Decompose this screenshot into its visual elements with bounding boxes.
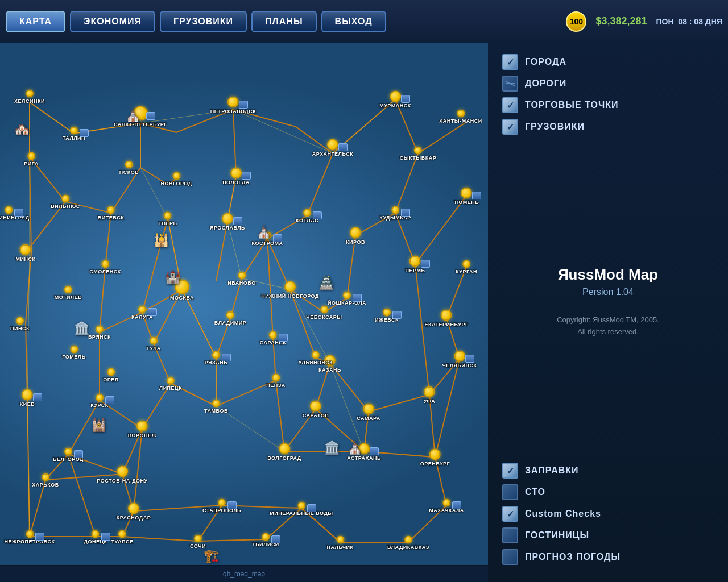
legend-item-weather[interactable]: ПРОГНОЗ ПОГОДЫ <box>502 549 714 565</box>
truck-marker[interactable] <box>239 101 248 109</box>
truck-marker[interactable] <box>401 209 410 217</box>
city-тула[interactable]: ТУЛА <box>146 337 161 351</box>
city-хелсинки[interactable]: ХЕЛСИНКИ <box>14 90 45 104</box>
truck-marker[interactable] <box>465 355 474 363</box>
city-саратов[interactable]: САРАТОВ <box>303 401 329 418</box>
legend-item-fuel[interactable]: ЗАПРАВКИ <box>502 463 714 479</box>
city-минск[interactable]: МИНСК <box>16 244 36 262</box>
truck-marker[interactable] <box>33 393 42 401</box>
city-оренбург[interactable]: ОРЕНБУРГ <box>420 449 450 467</box>
city-харьков[interactable]: ХАРЬКОВ <box>32 473 59 488</box>
truck-marker[interactable] <box>472 192 481 199</box>
city-смоленск[interactable]: СМОЛЕНСК <box>89 260 121 275</box>
city-воронеж[interactable]: ВОРОНЕЖ <box>128 421 156 438</box>
city-чебоксары[interactable]: ЧЕБОКСАРЫ <box>306 306 342 320</box>
truck-marker[interactable] <box>242 172 251 180</box>
city-нежропетровск[interactable]: НЕЖРОПЕТРОВСК <box>4 530 55 544</box>
legend-icon-sto[interactable] <box>502 484 518 500</box>
truck-marker[interactable] <box>228 501 237 509</box>
city-самара[interactable]: САМАРА <box>357 404 380 421</box>
city-новгород[interactable]: НОВГОРОД <box>160 172 192 186</box>
city-киров[interactable]: КИРОВ <box>346 227 365 245</box>
legend-checkbox-custom[interactable] <box>502 506 518 522</box>
city-владикавказ[interactable]: ВЛАДИКАВКАЗ <box>387 536 429 550</box>
truck-marker[interactable] <box>146 112 155 120</box>
city-липецк[interactable]: ЛИПЕЦК <box>159 377 182 391</box>
truck-marker[interactable] <box>101 533 110 541</box>
legend-item-hotels[interactable]: ГОСТИНИЦЫ <box>502 527 714 543</box>
legend-checkbox-cities[interactable] <box>502 54 518 70</box>
city-пинск[interactable]: ПИНСК <box>10 317 30 331</box>
legend-item-custom-checks[interactable]: Custom Checks <box>502 506 714 522</box>
truck-marker[interactable] <box>273 234 282 242</box>
truck-marker[interactable] <box>401 95 410 103</box>
truck-marker[interactable] <box>271 535 280 543</box>
city-орел[interactable]: ОРЕЛ <box>103 368 118 383</box>
btn-map[interactable]: КАРТА <box>6 11 65 32</box>
legend-item-cities[interactable]: ГОРОДА <box>502 54 714 70</box>
city-circle <box>336 536 344 544</box>
truck-marker[interactable] <box>233 217 242 225</box>
truck-marker[interactable] <box>222 354 231 361</box>
city-нижний-новгород[interactable]: НИЖНИЙ НОВГОРОД <box>261 281 319 299</box>
city-уфа[interactable]: УФА <box>424 386 436 404</box>
btn-plans[interactable]: ПЛАНЫ <box>251 11 317 32</box>
city-псков[interactable]: ПСКОВ <box>119 161 139 175</box>
legend-icon-hotels[interactable] <box>502 527 518 543</box>
city-владимир[interactable]: ВЛАДИМИР <box>214 311 246 326</box>
city-екатеринбург[interactable]: ЕКАТЕРИНБУРГ <box>425 310 469 327</box>
legend-icon-weather[interactable] <box>502 549 518 565</box>
truck-marker[interactable] <box>105 396 114 404</box>
city-краснодар[interactable]: КРАСНОДАР <box>117 503 151 521</box>
truck-marker[interactable] <box>353 294 362 302</box>
legend-checkbox-trucks[interactable] <box>502 119 518 135</box>
city-минеральные-воды[interactable]: МИНЕРАЛЬНЫЕ ВОДЫ <box>270 502 333 516</box>
city-пенза[interactable]: ПЕНЗА <box>266 374 286 388</box>
city-петрозаводск[interactable]: ПЕТРОЗАВОДСК <box>210 97 257 114</box>
city-тверь[interactable]: ТВЕРЬ <box>159 212 177 226</box>
truck-marker[interactable] <box>148 308 157 316</box>
btn-economy[interactable]: ЭКОНОМИЯ <box>70 11 155 32</box>
city-брянск[interactable]: БРЯНСК <box>88 326 111 340</box>
truck-marker[interactable] <box>14 209 23 217</box>
legend-icon-roads[interactable] <box>502 76 518 92</box>
truck-marker[interactable] <box>452 501 461 509</box>
truck-marker[interactable] <box>307 504 316 512</box>
city-сочи[interactable]: СОЧИ <box>190 535 206 549</box>
legend-item-roads[interactable]: ДОРОГИ <box>502 76 714 92</box>
legend-checkbox-fuel[interactable] <box>502 463 518 479</box>
city-могилев[interactable]: МОГИЛЕВ <box>55 286 82 300</box>
city-витебск[interactable]: ВИТЕБСК <box>98 206 124 221</box>
legend-item-trucks[interactable]: ГРУЗОВИКИ <box>502 119 714 135</box>
city-гомель[interactable]: ГОМЕЛЬ <box>62 346 85 360</box>
city-нальчик[interactable]: НАЛЬЧИК <box>326 536 353 550</box>
city-тамбов[interactable]: ТАМБОВ <box>204 400 228 414</box>
legend-item-trade[interactable]: ТОРГОВЫЕ ТОЧКИ <box>502 97 714 113</box>
truck-marker[interactable] <box>313 211 322 219</box>
legend-checkbox-trade[interactable] <box>502 97 518 113</box>
truck-marker[interactable] <box>35 533 44 541</box>
truck-marker[interactable] <box>74 450 83 458</box>
btn-trucks[interactable]: ГРУЗОВИКИ <box>160 11 247 32</box>
city-ханты-манси[interactable]: ХАНТЫ-МАНСИ <box>439 110 482 124</box>
city-туапсе[interactable]: ТУАПСЕ <box>111 530 134 544</box>
truck-marker[interactable] <box>279 334 288 342</box>
truck-marker[interactable] <box>421 260 430 268</box>
city-ростов-на-дону[interactable]: РОСТОВ-НА-ДОНУ <box>97 466 147 484</box>
city-волгоград[interactable]: ВОЛГОГРАД <box>267 443 301 461</box>
city-сыктывкар[interactable]: СЫКТЫВКАР <box>400 147 436 161</box>
city-курган[interactable]: КУРГАН <box>456 260 477 275</box>
city-вильнюс[interactable]: ВИЛЬНЮС <box>51 195 80 209</box>
city-иваново[interactable]: ИВАНОВО <box>228 272 255 286</box>
truck-marker[interactable] <box>392 311 402 319</box>
truck-marker[interactable] <box>370 447 379 455</box>
truck-marker[interactable] <box>338 143 348 151</box>
city-санкт-петербург[interactable]: САНКТ-ПЕТЕРБУРГ <box>114 106 167 127</box>
btn-exit[interactable]: ВЫХОД <box>321 11 386 32</box>
roads-svg <box>0 43 488 565</box>
legend-item-sto[interactable]: СТО <box>502 484 714 500</box>
city-ульяновск[interactable]: УЛЬЯНОВСК <box>299 351 333 365</box>
city-рига[interactable]: РИГА <box>24 152 39 167</box>
map-area[interactable]: ХЕЛСИНКИСАНКТ-ПЕТЕРБУРГПЕТРОЗАВОДСКМУРМА… <box>0 43 488 565</box>
truck-marker[interactable] <box>80 129 89 137</box>
